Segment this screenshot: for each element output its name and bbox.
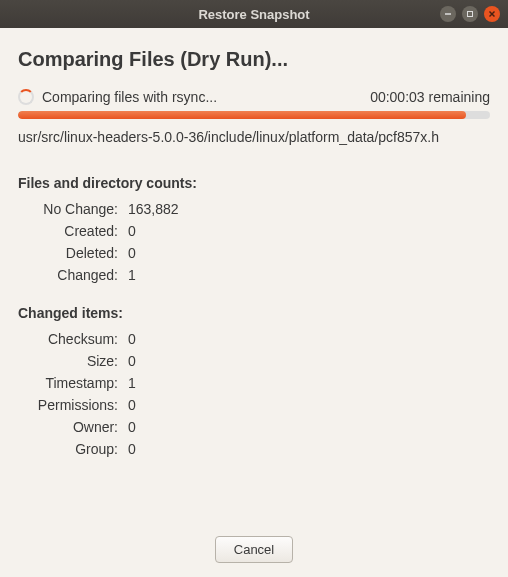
file-counts-heading: Files and directory counts: (18, 175, 490, 191)
permissions-label: Permissions: (18, 397, 118, 413)
spacer (18, 479, 490, 526)
changed-label: Changed: (18, 267, 118, 283)
checksum-label: Checksum: (18, 331, 118, 347)
current-file-path: usr/src/linux-headers-5.0.0-36/include/l… (18, 129, 490, 145)
created-value: 0 (128, 223, 490, 239)
progress-bar (18, 111, 490, 119)
owner-label: Owner: (18, 419, 118, 435)
timestamp-label: Timestamp: (18, 375, 118, 391)
owner-value: 0 (128, 419, 490, 435)
size-value: 0 (128, 353, 490, 369)
changed-value: 1 (128, 267, 490, 283)
deleted-value: 0 (128, 245, 490, 261)
spinner-icon (18, 89, 34, 105)
group-value: 0 (128, 441, 490, 457)
deleted-label: Deleted: (18, 245, 118, 261)
cancel-button[interactable]: Cancel (215, 536, 293, 563)
timestamp-value: 1 (128, 375, 490, 391)
size-label: Size: (18, 353, 118, 369)
button-row: Cancel (18, 526, 490, 563)
window-title: Restore Snapshot (8, 7, 500, 22)
maximize-button[interactable] (462, 6, 478, 22)
svg-rect-1 (468, 12, 473, 17)
main-heading: Comparing Files (Dry Run)... (18, 48, 490, 71)
status-text: Comparing files with rsync... (42, 89, 362, 105)
group-label: Group: (18, 441, 118, 457)
file-counts-grid: No Change: 163,882 Created: 0 Deleted: 0… (18, 201, 490, 283)
created-label: Created: (18, 223, 118, 239)
minimize-button[interactable] (440, 6, 456, 22)
no-change-value: 163,882 (128, 201, 490, 217)
window-controls (440, 6, 500, 22)
close-button[interactable] (484, 6, 500, 22)
time-remaining: 00:00:03 remaining (370, 89, 490, 105)
checksum-value: 0 (128, 331, 490, 347)
status-row: Comparing files with rsync... 00:00:03 r… (18, 89, 490, 105)
changed-items-grid: Checksum: 0 Size: 0 Timestamp: 1 Permiss… (18, 331, 490, 457)
dialog-content: Comparing Files (Dry Run)... Comparing f… (0, 28, 508, 577)
changed-items-heading: Changed items: (18, 305, 490, 321)
titlebar: Restore Snapshot (0, 0, 508, 28)
no-change-label: No Change: (18, 201, 118, 217)
progress-fill (18, 111, 466, 119)
permissions-value: 0 (128, 397, 490, 413)
